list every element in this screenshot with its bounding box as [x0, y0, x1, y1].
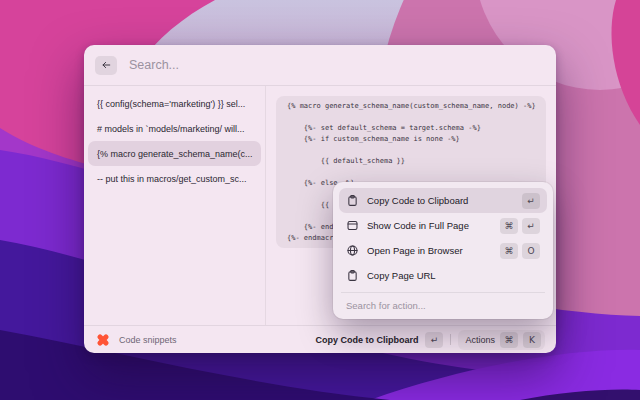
snippet-list: {{ config(schema='marketing') }} sel... …: [84, 86, 265, 325]
menu-item-copy-url[interactable]: Copy Page URL: [339, 263, 547, 288]
list-item[interactable]: -- put this in macros/get_custom_sc...: [88, 166, 261, 191]
list-item-label: {{ config(schema='marketing') }} sel...: [97, 99, 245, 109]
cmd-key-badge: ⌘: [500, 243, 518, 259]
clipboard-icon: [346, 269, 359, 282]
search-bar: [84, 45, 556, 86]
extension-name: Code snippets: [119, 335, 177, 345]
menu-item-shortcut: ⌘ ↵: [500, 218, 540, 234]
menu-item-label: Show Code in Full Page: [367, 220, 492, 231]
cmd-key-badge: ⌘: [500, 218, 518, 234]
list-item-label: # models in `models/marketing/ will...: [97, 124, 245, 134]
extension-logo-icon: [95, 332, 111, 348]
list-item-label: -- put this in macros/get_custom_sc...: [97, 174, 247, 184]
list-item-label: {% macro generate_schema_name(c...: [97, 149, 253, 159]
back-button[interactable]: [95, 56, 117, 75]
status-bar: Code snippets Copy Code to Clipboard ↵ A…: [84, 325, 556, 353]
return-key-badge: ↵: [522, 218, 540, 234]
return-key-badge: ↵: [425, 332, 443, 348]
menu-item-shortcut: ↵: [522, 193, 540, 209]
actions-label: Actions: [465, 335, 495, 345]
list-item[interactable]: {{ config(schema='marketing') }} sel...: [88, 91, 261, 116]
menu-item-show-full-page[interactable]: Show Code in Full Page ⌘ ↵: [339, 213, 547, 238]
status-bar-separator: [450, 334, 451, 345]
list-item[interactable]: # models in `models/marketing/ will...: [88, 116, 261, 141]
menu-item-label: Copy Page URL: [367, 270, 532, 281]
status-bar-right: Copy Code to Clipboard ↵ Actions ⌘ K: [315, 330, 545, 350]
o-key-badge: O: [522, 243, 540, 259]
search-input[interactable]: [127, 57, 545, 73]
back-arrow-icon: [100, 59, 112, 71]
menu-item-label: Copy Code to Clipboard: [367, 195, 514, 206]
globe-icon: [346, 244, 359, 257]
menu-item-copy-code[interactable]: Copy Code to Clipboard ↵: [339, 188, 547, 213]
k-key-badge: K: [523, 332, 541, 348]
menu-item-label: Open Page in Browser: [367, 245, 492, 256]
action-search-input[interactable]: [339, 293, 547, 311]
cmd-key-badge: ⌘: [500, 332, 518, 348]
primary-action-label[interactable]: Copy Code to Clipboard: [315, 335, 418, 345]
actions-popup: Copy Code to Clipboard ↵ Show Code in Fu…: [333, 182, 553, 319]
actions-button[interactable]: Actions ⌘ K: [458, 330, 545, 350]
list-item-selected[interactable]: {% macro generate_schema_name(c...: [88, 141, 261, 166]
clipboard-icon: [346, 194, 359, 207]
menu-item-open-browser[interactable]: Open Page in Browser ⌘ O: [339, 238, 547, 263]
return-key-badge: ↵: [522, 193, 540, 209]
menu-item-shortcut: ⌘ O: [500, 243, 540, 259]
window-icon: [346, 219, 359, 232]
